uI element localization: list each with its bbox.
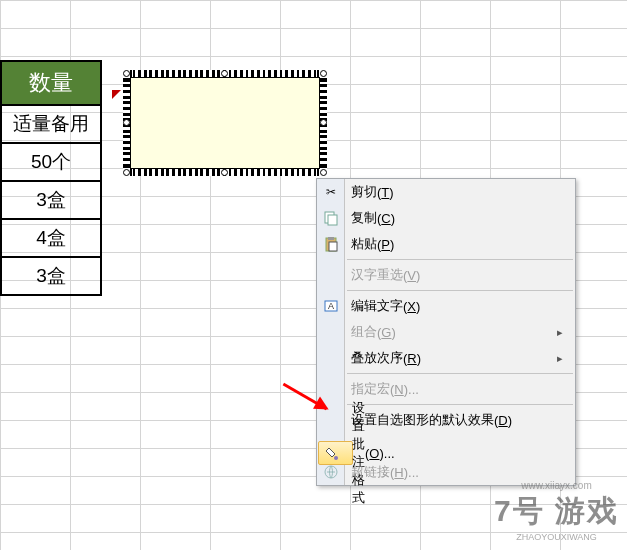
comment-indicator xyxy=(112,90,121,99)
menu-edit-text[interactable]: A 编辑文字(X) xyxy=(317,293,575,319)
svg-text:A: A xyxy=(328,301,334,311)
menu-order[interactable]: 叠放次序(R) ▸ xyxy=(317,345,575,371)
svg-rect-1 xyxy=(328,215,337,225)
table-row[interactable]: 4盒 xyxy=(1,219,101,257)
menu-cut[interactable]: ✂ 剪切(T) xyxy=(317,179,575,205)
context-menu: ✂ 剪切(T) 复制(C) 粘贴(P) 汉字重选(V) A 编辑文字(X) 组合… xyxy=(316,178,576,486)
table-row[interactable]: 3盒 xyxy=(1,257,101,295)
menu-group: 组合(G) ▸ xyxy=(317,319,575,345)
svg-rect-3 xyxy=(328,237,334,240)
edit-text-icon: A xyxy=(322,297,340,315)
watermark: www.xiiayx.com 7号 游戏 ZHAOYOUXIWANG xyxy=(494,480,619,542)
menu-reconvert: 汉字重选(V) xyxy=(317,262,575,288)
menu-copy[interactable]: 复制(C) xyxy=(317,205,575,231)
data-table: 数量 适量备用 50个 3盒 4盒 3盒 xyxy=(0,60,102,296)
menu-paste[interactable]: 粘贴(P) xyxy=(317,231,575,257)
table-header: 数量 xyxy=(1,61,101,105)
comment-box[interactable] xyxy=(130,77,320,169)
table-row[interactable]: 适量备用 xyxy=(1,105,101,143)
hyperlink-icon xyxy=(322,463,340,481)
svg-rect-4 xyxy=(329,242,337,251)
paste-icon xyxy=(322,235,340,253)
table-row[interactable]: 50个 xyxy=(1,143,101,181)
cut-icon: ✂ xyxy=(322,183,340,201)
table-row[interactable]: 3盒 xyxy=(1,181,101,219)
copy-icon xyxy=(322,209,340,227)
